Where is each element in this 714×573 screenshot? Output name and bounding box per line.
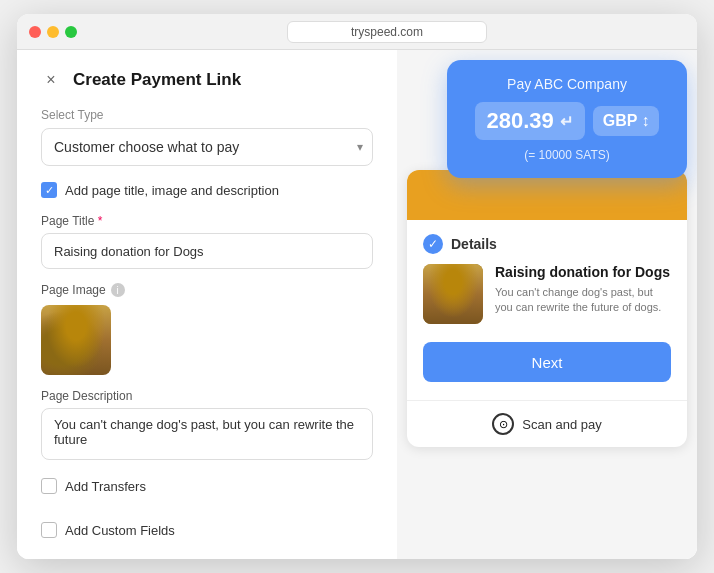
form-title: Create Payment Link: [73, 70, 241, 90]
minimize-dot[interactable]: [47, 26, 59, 38]
page-image-label-row: Page Image i: [41, 283, 373, 297]
add-transfers-label: Add Transfers: [65, 479, 146, 494]
amount-value: 280.39: [487, 108, 554, 134]
select-type-dropdown[interactable]: Customer choose what to pay: [41, 128, 373, 166]
payment-card-floating: Pay ABC Company 280.39 ↵ GBP ↕ (= 10000 …: [447, 60, 687, 178]
details-label: Details: [451, 236, 497, 252]
required-marker: *: [98, 214, 103, 228]
browser-content: × Create Payment Link Select Type Custom…: [17, 50, 697, 559]
browser-dots: [29, 26, 77, 38]
page-description-label: Page Description: [41, 389, 373, 403]
add-transfers-checkbox[interactable]: [41, 478, 57, 494]
preview-card-body: ✓ Details Raising donation for Dogs You …: [407, 220, 687, 396]
page-details-checkbox-row: Add page title, image and description: [41, 182, 373, 198]
currency-box[interactable]: GBP ↕: [593, 106, 660, 136]
select-type-label: Select Type: [41, 108, 373, 122]
currency-arrows-icon: ↕: [641, 112, 649, 130]
info-icon[interactable]: i: [111, 283, 125, 297]
close-button[interactable]: ×: [41, 70, 61, 90]
preview-card: ✓ Details Raising donation for Dogs You …: [407, 170, 687, 447]
dog-image-inner: [41, 305, 111, 375]
scan-pay-row: ⊙ Scan and pay: [407, 400, 687, 447]
maximize-dot[interactable]: [65, 26, 77, 38]
form-header: × Create Payment Link: [41, 70, 373, 90]
preview-text-col: Raising donation for Dogs You can't chan…: [495, 264, 671, 324]
browser-window: tryspeed.com × Create Payment Link Selec…: [17, 14, 697, 559]
add-transfers-row: Add Transfers: [41, 478, 373, 494]
preview-dog-image-inner: [423, 264, 483, 324]
close-dot[interactable]: [29, 26, 41, 38]
preview-description: You can't change dog's past, but you can…: [495, 285, 671, 316]
details-header: ✓ Details: [423, 234, 671, 254]
page-details-checkbox[interactable]: [41, 182, 57, 198]
pay-company-label: Pay ABC Company: [465, 76, 669, 92]
currency-value: GBP: [603, 112, 638, 130]
additional-options: Add Transfers Add Custom Fields Add Emai…: [41, 478, 373, 559]
preview-panel: Pay ABC Company 280.39 ↵ GBP ↕ (= 10000 …: [397, 50, 697, 559]
page-image-thumbnail[interactable]: [41, 305, 111, 375]
next-button[interactable]: Next: [423, 342, 671, 382]
browser-titlebar: tryspeed.com: [17, 14, 697, 50]
page-title-field: Page Title *: [41, 214, 373, 269]
add-custom-fields-checkbox[interactable]: [41, 522, 57, 538]
amount-row: 280.39 ↵ GBP ↕: [465, 102, 669, 140]
scan-pay-label: Scan and pay: [522, 417, 602, 432]
form-panel: × Create Payment Link Select Type Custom…: [17, 50, 397, 559]
preview-dog-image: [423, 264, 483, 324]
add-custom-fields-row: Add Custom Fields: [41, 522, 373, 538]
scan-circle-icon: ⊙: [492, 413, 514, 435]
page-description-field: Page Description You can't change dog's …: [41, 389, 373, 464]
address-bar[interactable]: tryspeed.com: [287, 21, 487, 43]
page-title-input[interactable]: [41, 233, 373, 269]
page-title-label: Page Title *: [41, 214, 373, 228]
preview-content-row: Raising donation for Dogs You can't chan…: [423, 264, 671, 324]
add-custom-fields-label: Add Custom Fields: [65, 523, 175, 538]
page-image-section: Page Image i: [41, 283, 373, 375]
select-type-wrapper: Customer choose what to pay ▾: [41, 128, 373, 166]
page-details-label: Add page title, image and description: [65, 183, 279, 198]
amount-input-box[interactable]: 280.39 ↵: [475, 102, 585, 140]
page-description-input[interactable]: You can't change dog's past, but you can…: [41, 408, 373, 460]
sats-label: (= 10000 SATS): [465, 148, 669, 162]
preview-title: Raising donation for Dogs: [495, 264, 671, 280]
check-circle-icon: ✓: [423, 234, 443, 254]
page-image-label: Page Image: [41, 283, 106, 297]
enter-icon: ↵: [560, 112, 573, 131]
